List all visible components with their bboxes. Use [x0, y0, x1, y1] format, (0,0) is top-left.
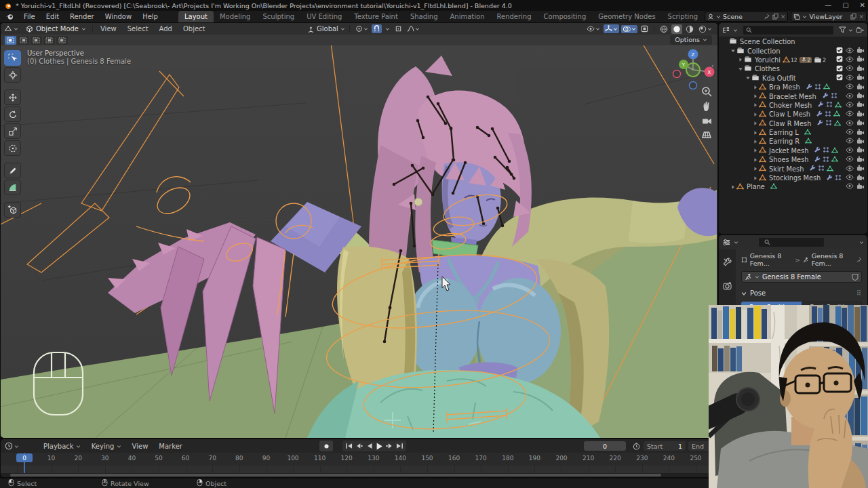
gizmo-minus-z-axis[interactable]	[690, 82, 697, 89]
properties-editor-icon[interactable]	[722, 239, 731, 246]
expand-closed-icon[interactable]	[752, 102, 759, 108]
next-keyframe-button[interactable]	[384, 441, 395, 451]
viewport-menu-object[interactable]: Object	[178, 23, 211, 35]
timeline-scrollbar-thumb[interactable]	[10, 474, 661, 476]
outliner-search-input[interactable]	[743, 26, 833, 35]
tool-select-box-button[interactable]	[4, 50, 21, 66]
expand-closed-icon[interactable]	[752, 94, 759, 99]
outliner-item-name[interactable]: Skirt Mesh	[769, 165, 804, 173]
hide-render-toggle[interactable]	[856, 65, 865, 73]
options-dropdown[interactable]: Options	[670, 35, 712, 45]
timeline-menu-keying[interactable]: Keying	[86, 441, 127, 452]
pose-panel-header[interactable]: Pose ⠿	[741, 289, 862, 297]
tab-layout[interactable]: Layout	[178, 11, 214, 22]
shading-rendered-button[interactable]	[697, 24, 713, 34]
hide-render-toggle[interactable]	[856, 83, 865, 92]
tab-uv-editing[interactable]: UV Editing	[300, 11, 348, 22]
play-button[interactable]	[374, 441, 384, 451]
hide-render-toggle[interactable]	[856, 138, 865, 146]
tool-move-button[interactable]	[4, 89, 21, 105]
outliner-row[interactable]: Collection	[719, 46, 867, 55]
outliner-row[interactable]: Kda Outfit	[719, 74, 867, 83]
outliner-item-name[interactable]: Claw R Mesh	[769, 120, 811, 127]
viewport-region[interactable]: Z X Y ‹ Object Mode	[1, 23, 717, 438]
outliner-item-name[interactable]: Collection	[747, 47, 780, 55]
new-collection-icon[interactable]	[856, 26, 864, 34]
hide-viewport-toggle[interactable]	[846, 120, 854, 127]
outliner-item-name[interactable]: Shoes Mesh	[769, 156, 808, 163]
tab-geometry-nodes[interactable]: Geometry Nodes	[592, 11, 661, 22]
select-mode-set-button[interactable]	[5, 36, 16, 45]
expand-closed-icon[interactable]	[752, 112, 759, 117]
selectable-checkbox[interactable]	[836, 65, 843, 73]
close-button[interactable]: ✕	[860, 0, 865, 11]
outliner-item-name[interactable]: Kda Outfit	[762, 75, 796, 82]
outliner-item-name[interactable]: Earring L	[769, 129, 799, 136]
new-scene-icon[interactable]	[772, 14, 778, 20]
outliner-item-name[interactable]: Clothes	[755, 65, 780, 73]
tool-annotate-button[interactable]	[4, 163, 21, 178]
outliner-item-name[interactable]: Yoruichi	[755, 56, 781, 64]
hide-viewport-toggle[interactable]	[846, 47, 854, 55]
viewport-menu-add[interactable]: Add	[154, 23, 178, 35]
outliner-item-name[interactable]: Bra Mesh	[769, 83, 800, 91]
tab-sculpting[interactable]: Sculpting	[256, 11, 300, 22]
hide-render-toggle[interactable]	[856, 183, 865, 191]
falloff-button[interactable]	[406, 24, 421, 33]
filter-icon[interactable]	[839, 26, 846, 33]
hide-render-toggle[interactable]	[856, 156, 865, 164]
tool-measure-button[interactable]	[4, 180, 21, 195]
pin-icon[interactable]	[764, 14, 770, 20]
expand-closed-icon[interactable]	[730, 184, 736, 190]
expand-closed-icon[interactable]	[752, 130, 759, 136]
sidebar-collapse-chevron[interactable]: ‹	[711, 62, 714, 69]
viewport-menu-view[interactable]: View	[95, 23, 122, 35]
expand-closed-icon[interactable]	[752, 139, 759, 144]
hide-viewport-toggle[interactable]	[846, 129, 854, 136]
timeline-editor-type-button[interactable]	[5, 442, 19, 450]
tab-compositing[interactable]: Compositing	[538, 11, 593, 22]
outliner-row[interactable]: Choker Mesh	[719, 101, 867, 110]
hide-render-toggle[interactable]	[856, 110, 865, 119]
outliner-item-name[interactable]: Jacket Mesh	[769, 147, 808, 155]
viewport-menu-select[interactable]: Select	[122, 23, 154, 35]
current-frame-field[interactable]: 0	[584, 441, 626, 451]
hide-render-toggle[interactable]	[856, 56, 865, 64]
pivot-point-button[interactable]	[354, 24, 370, 33]
hide-render-toggle[interactable]	[856, 74, 865, 82]
tool-rotate-button[interactable]	[4, 106, 21, 122]
jump-first-button[interactable]	[344, 441, 354, 451]
tab-shading[interactable]: Shading	[404, 11, 444, 22]
hide-viewport-toggle[interactable]	[846, 65, 854, 73]
object-visibility-button[interactable]	[585, 25, 601, 33]
outliner-row[interactable]: Shoes Mesh	[719, 155, 867, 164]
prev-keyframe-button[interactable]	[354, 441, 364, 451]
current-frame-indicator[interactable]: 0	[16, 453, 33, 462]
viewport-canvas[interactable]: Z X Y ‹	[1, 23, 717, 438]
expand-closed-icon[interactable]	[752, 157, 759, 163]
pin-icon[interactable]	[856, 256, 862, 263]
hide-viewport-toggle[interactable]	[846, 75, 854, 82]
show-gizmo-button[interactable]	[604, 24, 619, 33]
select-mode-invert-button[interactable]	[43, 36, 55, 45]
new-view-layer-icon[interactable]	[850, 14, 856, 20]
play-reverse-button[interactable]	[364, 441, 374, 451]
expand-closed-icon[interactable]	[752, 148, 759, 153]
outliner-region[interactable]: Scene CollectionCollectionYoruichi1222Cl…	[719, 23, 867, 234]
shading-material-button[interactable]	[684, 24, 695, 34]
breadcrumb-data[interactable]: Genesis 8 Fem...	[812, 252, 854, 267]
selectable-checkbox[interactable]	[836, 74, 843, 82]
editor-type-button[interactable]	[1, 25, 22, 33]
outliner-item-name[interactable]: Claw L Mesh	[769, 110, 810, 118]
hide-render-toggle[interactable]	[856, 165, 865, 173]
armature-data-name[interactable]: Genesis 8 Female	[762, 273, 849, 281]
tool-scale-button[interactable]	[4, 123, 21, 139]
hide-render-toggle[interactable]	[856, 101, 865, 109]
shading-wireframe-button[interactable]	[658, 24, 669, 34]
snap-settings-button[interactable]	[384, 26, 391, 32]
tool-transform-button[interactable]	[4, 140, 21, 156]
use-preview-range-clock-icon[interactable]	[633, 443, 640, 450]
outliner-row[interactable]: Clothes	[719, 64, 867, 73]
outliner-item-name[interactable]: Earring R	[769, 138, 800, 145]
tab-animation[interactable]: Animation	[444, 11, 491, 22]
